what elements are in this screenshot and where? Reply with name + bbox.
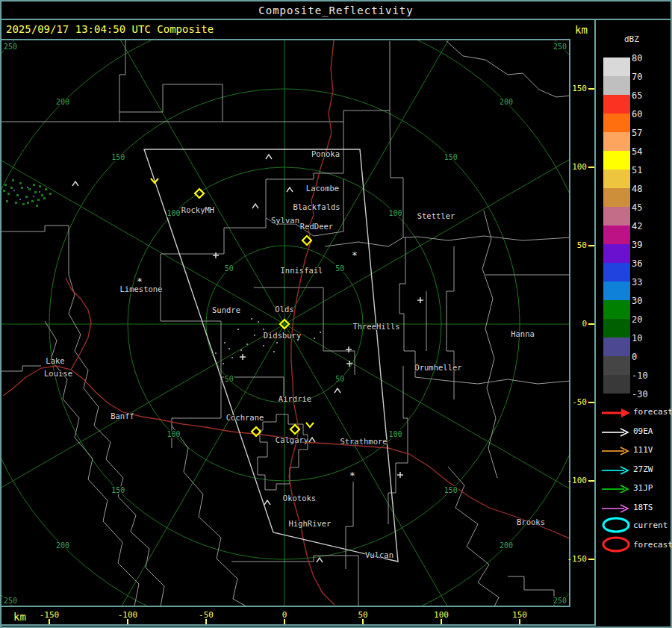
clutter-speckle bbox=[224, 342, 225, 343]
bottom-axis-tick bbox=[127, 619, 128, 624]
echo-speckle bbox=[31, 200, 34, 202]
echo-speckle bbox=[15, 202, 17, 204]
county-boundary bbox=[508, 576, 554, 606]
scale-tick-label: 36 bbox=[632, 258, 662, 269]
scale-tick-label: 10 bbox=[632, 333, 662, 343]
scale-swatch bbox=[603, 207, 630, 226]
ring-distance-label: 50 bbox=[225, 264, 234, 273]
clutter-speckle bbox=[251, 318, 252, 320]
echo-speckle bbox=[21, 187, 23, 189]
right-axis-tick bbox=[588, 559, 594, 560]
county-boundary bbox=[447, 246, 454, 400]
ring-distance-label: 250 bbox=[4, 597, 17, 605]
track-legend-label: 31JP bbox=[633, 483, 653, 493]
county-boundary bbox=[325, 237, 403, 246]
city-label: Cochrane bbox=[226, 413, 264, 422]
echo-speckle bbox=[33, 184, 35, 186]
right-axis-tick bbox=[588, 323, 594, 325]
echo-speckle bbox=[28, 188, 31, 190]
city-label: Airdrie bbox=[279, 394, 311, 403]
ring-distance-label: 50 bbox=[335, 264, 344, 273]
right-axis-tick bbox=[588, 245, 594, 246]
bottom-axis-tick bbox=[519, 619, 520, 624]
app-window: Composite_Reflectivity 2025/09/17 13:04:… bbox=[0, 0, 672, 628]
city-label: Vulcan bbox=[365, 550, 393, 559]
county-boundary bbox=[172, 426, 246, 606]
track-ellipse bbox=[600, 535, 633, 556]
scale-swatch bbox=[603, 151, 630, 170]
city-label: Blackfalds bbox=[293, 202, 340, 211]
right-axis-tick bbox=[588, 402, 594, 403]
track-ellipse bbox=[600, 516, 633, 537]
clutter-speckle bbox=[237, 329, 239, 330]
bottom-axis-unit-label: km bbox=[13, 611, 26, 623]
echo-speckle bbox=[45, 188, 47, 190]
ring-distance-label: 100 bbox=[388, 430, 402, 438]
caret-marker bbox=[266, 155, 272, 159]
bottom-axis-tick bbox=[362, 619, 364, 624]
scale-tick-label: 45 bbox=[632, 202, 662, 213]
track-arrow bbox=[600, 503, 632, 517]
bottom-axis-tick bbox=[284, 619, 285, 624]
caret-marker bbox=[252, 204, 258, 208]
scale-tick-label: 48 bbox=[632, 184, 662, 194]
track-legend-label: 27ZW bbox=[633, 464, 653, 474]
right-axis-tick bbox=[588, 167, 594, 168]
right-axis-tick bbox=[588, 480, 594, 482]
echo-speckle bbox=[19, 199, 21, 200]
ring-distance-label: 250 bbox=[553, 597, 567, 605]
track-legend-label: 111V bbox=[633, 445, 653, 455]
ring-distance-label: 50 bbox=[225, 375, 234, 383]
clutter-speckle bbox=[276, 342, 278, 343]
ring-distance-label: 150 bbox=[444, 486, 458, 494]
ellipse-legend-label: current bbox=[633, 520, 668, 530]
city-label: Calgary bbox=[276, 435, 308, 444]
county-boundary bbox=[258, 414, 308, 490]
right-axis-tick-label: 0 bbox=[556, 319, 587, 329]
echo-speckle bbox=[37, 199, 40, 201]
echo-speckle bbox=[27, 202, 29, 204]
clutter-speckle bbox=[273, 351, 275, 352]
clutter-speckle bbox=[254, 335, 255, 336]
bottom-axis-tick bbox=[205, 619, 207, 624]
echo-speckle bbox=[41, 194, 43, 196]
county-boundary bbox=[399, 237, 415, 377]
bottom-axis-tick bbox=[49, 619, 50, 624]
ring-distance-label: 250 bbox=[4, 43, 17, 51]
scale-tick-label: 30 bbox=[632, 296, 662, 306]
city-label: Sylvan bbox=[271, 216, 299, 225]
ring-distance-label: 50 bbox=[335, 375, 344, 383]
county-boundary bbox=[403, 236, 571, 240]
echo-speckle bbox=[25, 196, 28, 198]
track-legend-label: 18TS bbox=[633, 503, 653, 512]
scale-tick-label: 57 bbox=[632, 128, 662, 138]
caret-marker bbox=[287, 187, 293, 192]
clutter-speckle bbox=[297, 340, 299, 341]
track-legend-label: 09EA bbox=[633, 426, 653, 436]
county-boundary bbox=[223, 41, 390, 122]
radar-map-canvas[interactable]: 5050505010010010010015015015015020020020… bbox=[0, 0, 672, 628]
echo-speckle bbox=[49, 193, 52, 195]
city-label: Hanna bbox=[511, 329, 535, 338]
right-axis-tick bbox=[588, 88, 594, 90]
ellipse-legend-label: forecast bbox=[633, 540, 672, 550]
echo-speckle bbox=[36, 205, 38, 207]
echo-speckle bbox=[34, 191, 37, 193]
county-boundary bbox=[447, 41, 571, 97]
asterisk-marker: * bbox=[349, 470, 355, 481]
caret-marker bbox=[264, 500, 270, 505]
clutter-speckle bbox=[263, 329, 264, 330]
track-vee-marker bbox=[306, 423, 314, 427]
track-arrow bbox=[600, 464, 632, 479]
echo-speckle bbox=[39, 185, 41, 187]
echo-speckle bbox=[13, 190, 15, 191]
county-boundary bbox=[482, 211, 497, 478]
echo-speckle bbox=[3, 190, 5, 192]
city-label: RedDeer bbox=[300, 222, 333, 231]
scale-swatch bbox=[603, 114, 630, 132]
scale-swatch bbox=[603, 338, 630, 356]
track-arrow bbox=[600, 445, 632, 459]
city-label: ThreeHills bbox=[352, 322, 399, 331]
echo-speckle bbox=[39, 191, 40, 193]
clutter-speckle bbox=[320, 332, 321, 333]
